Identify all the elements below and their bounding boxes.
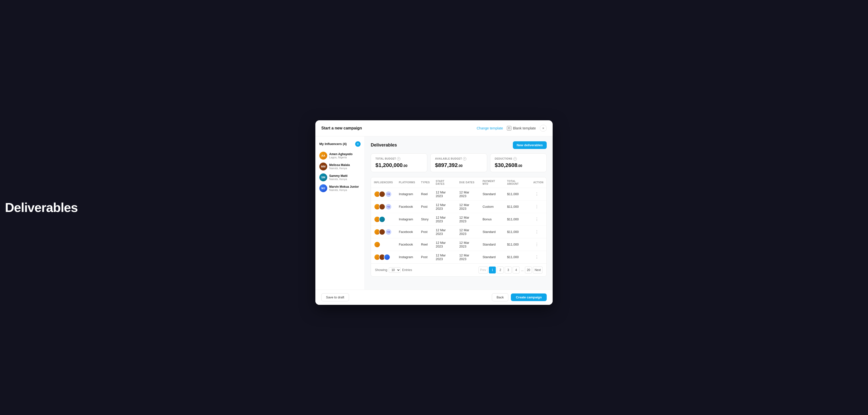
list-item: MM Melissa Malala Nairobi, Kenya [319,161,361,172]
influencer-sidebar: My Influencers (4) + AA Amen Aghayedo La… [315,136,365,289]
action-menu-button[interactable]: ⋮ [533,229,540,235]
platform-cell: Facebook [396,238,418,251]
influencer-location: Lagos, Nigeria [329,156,352,159]
start-date-cell: 12 Mar 2023 [433,213,456,226]
action-cell: ⋮ [530,200,547,213]
deliverables-table-container: INFLUENCERSPLATFORMSTYPESSTART DATESDUE … [371,177,547,277]
payment-cell: Standard [479,226,504,238]
action-cell: ⋮ [530,188,547,200]
action-menu-button[interactable]: ⋮ [533,242,540,247]
showing-label: Showing [375,268,387,272]
influencer-name: Melissa Malala [329,163,350,167]
pagination-ellipsis: ... [521,268,524,272]
modal-body: My Influencers (4) + AA Amen Aghayedo La… [315,136,553,289]
pagination-page-button[interactable]: 2 [497,266,504,274]
back-button[interactable]: Back [492,293,508,301]
deliverables-title: Deliverables [371,142,397,148]
amount-cell: $11,000 [504,238,530,251]
modal-title: Start a new campaign [321,126,362,130]
table-row: FacebookReel12 Mar 202312 Mar 2023Standa… [371,238,547,251]
influencer-name: Amen Aghayedo [329,152,352,156]
action-menu-button[interactable]: ⋮ [533,254,540,260]
budget-amount: $1,200,000.00 [375,162,423,168]
payment-cell: Standard [479,188,504,200]
influencer-cell: +2 [371,200,396,213]
table-column-header: ACTION [530,178,547,188]
action-menu-button[interactable]: ⋮ [533,204,540,210]
add-influencer-button[interactable]: + [355,141,361,147]
save-draft-button[interactable]: Save to draft [321,293,349,301]
amount-cell: $11,000 [504,200,530,213]
pagination-next-button[interactable]: Next [533,266,542,274]
influencer-cell: +3 [371,188,396,200]
avatar-count-badge: +3 [386,191,391,197]
budget-card: TOTAL BUDGET ? $1,200,000.00 [371,153,427,172]
blank-template-button[interactable]: Blank template [507,126,536,130]
modal-footer: Save to draft Back Create campaign [315,289,553,305]
pagination: Showing 10 25 50 Entries Prev1234...20Ne… [371,263,547,277]
due-date-cell: 12 Mar 2023 [456,200,479,213]
budget-label: DEDUCTIONS ? [495,157,542,161]
budget-card: AVAILABLE BUDGET ? $897,392.00 [430,153,487,172]
avatar: MM [319,163,327,170]
table-column-header: TOTAL AMOUNT [504,178,530,188]
payment-cell: Standard [479,251,504,263]
close-modal-button[interactable]: × [540,125,547,132]
page-controls: Prev1234...20Next [478,266,542,274]
platform-cell: Instagram [396,188,418,200]
entries-label: Entries [402,268,412,272]
table-row: InstagramPost12 Mar 202312 Mar 2023Stand… [371,251,547,263]
main-content: Deliverables New deliverables TOTAL BUDG… [365,136,553,289]
type-cell: Post [418,251,433,263]
type-cell: Story [418,213,433,226]
table-column-header: DUE DATES [456,178,479,188]
entries-select[interactable]: 10 25 50 [389,267,401,273]
create-campaign-button[interactable]: Create campaign [511,293,547,301]
amount-cell: $11,000 [504,188,530,200]
pagination-page-button[interactable]: 1 [489,266,496,274]
action-cell: ⋮ [530,238,547,251]
campaign-modal: Start a new campaign Change template Bla… [315,120,553,305]
avatar [384,254,390,260]
pagination-page-button[interactable]: 20 [525,266,532,274]
info-icon: ? [463,157,466,161]
influencer-name: Marvin Mokua Junior [329,185,359,189]
pagination-prev-button[interactable]: Prev [478,266,488,274]
due-date-cell: 12 Mar 2023 [456,238,479,251]
influencer-location: Nairobi, Kenya [329,167,350,170]
deliverables-table: INFLUENCERSPLATFORMSTYPESSTART DATESDUE … [371,178,547,263]
list-item: MJ Marvin Mokua Junior Nairobi, Kenya [319,183,361,194]
new-deliverables-button[interactable]: New deliverables [513,141,547,149]
start-date-cell: 12 Mar 2023 [433,226,456,238]
start-date-cell: 12 Mar 2023 [433,200,456,213]
influencer-cell [371,238,396,251]
change-template-button[interactable]: Change template [477,126,503,130]
type-cell: Post [418,226,433,238]
table-header-row: INFLUENCERSPLATFORMSTYPESSTART DATESDUE … [371,178,547,188]
budget-cents: .00 [458,164,462,168]
influencer-name: Sammy Matti [329,174,347,178]
start-date-cell: 12 Mar 2023 [433,188,456,200]
action-menu-button[interactable]: ⋮ [533,216,540,222]
action-cell: ⋮ [530,251,547,263]
platform-cell: Facebook [396,200,418,213]
avatar: AA [319,152,327,160]
action-menu-button[interactable]: ⋮ [533,191,540,197]
table-column-header: TYPES [418,178,433,188]
budget-label: TOTAL BUDGET ? [375,157,423,161]
info-icon: ? [397,157,400,161]
influencer-list: AA Amen Aghayedo Lagos, Nigeria MM Melis… [319,150,361,194]
footer-right: Back Create campaign [492,293,547,301]
table-column-header: INFLUENCERS [371,178,396,188]
start-date-cell: 12 Mar 2023 [433,251,456,263]
pagination-page-button[interactable]: 4 [513,266,520,274]
list-item: SM Sammy Matti Nairobi, Kenya [319,172,361,183]
budget-card: DEDUCTIONS ? $30,2608.00 [490,153,547,172]
avatar-count-badge: +2 [386,204,391,210]
avatar [374,241,380,248]
table-column-header: PAYMENT MTD [479,178,504,188]
avatar [379,191,385,197]
pagination-page-button[interactable]: 3 [505,266,512,274]
table-body: +3InstagramReel12 Mar 202312 Mar 2023Sta… [371,188,547,263]
influencer-location: Nairobi, Kenya [329,189,359,191]
